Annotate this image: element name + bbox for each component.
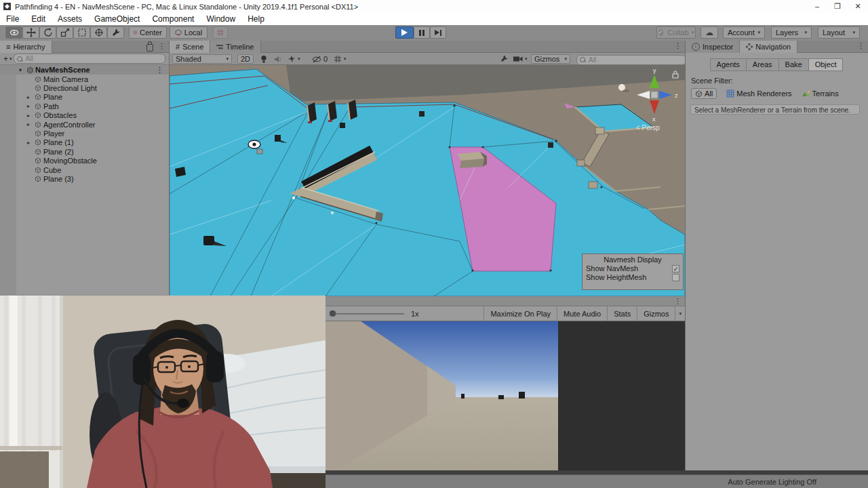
layout-dropdown[interactable]: Layout ▾ <box>818 26 860 39</box>
game-gizmos-button[interactable]: Gizmos <box>637 306 675 321</box>
account-dropdown[interactable]: Account ▾ <box>723 26 765 39</box>
pivot-center-button[interactable]: Center <box>129 26 167 39</box>
tab-areas[interactable]: Areas <box>746 58 779 71</box>
menu-gameobject[interactable]: GameObject <box>88 13 146 25</box>
show-navmesh-checkbox[interactable]: ✓ <box>672 265 679 272</box>
tab-object[interactable]: Object <box>808 58 844 71</box>
tab-agents[interactable]: Agents <box>710 58 747 71</box>
scene-menu-icon[interactable]: ⋮ <box>671 41 685 52</box>
hierarchy-item-obstacles[interactable]: ▸ Obstacles <box>0 111 169 120</box>
expand-arrow-icon[interactable]: ▸ <box>27 94 35 100</box>
move-icon <box>26 28 36 37</box>
hierarchy-item-plane-2[interactable]: Plane (2) <box>0 147 169 156</box>
scale-slider-handle[interactable] <box>330 310 336 317</box>
rotate-tool-button[interactable] <box>39 26 56 39</box>
expand-arrow-icon[interactable]: ▸ <box>27 140 35 146</box>
hierarchy-item-directional-light[interactable]: Directional Light <box>0 83 169 92</box>
stats-button[interactable]: Stats <box>607 306 637 321</box>
tab-inspector[interactable]: i Inspector <box>686 41 740 53</box>
minimize-button[interactable]: – <box>807 0 827 13</box>
lock-icon[interactable] <box>146 44 153 52</box>
moving-obstacle-cube[interactable] <box>457 152 487 168</box>
game-menu-icon[interactable]: ⋮ <box>671 296 685 306</box>
scene-tools-button[interactable] <box>497 54 511 64</box>
move-tool-button[interactable] <box>22 26 39 39</box>
view-tool-button[interactable] <box>5 26 22 39</box>
play-button[interactable] <box>395 26 414 39</box>
lightbulb-icon <box>260 55 267 64</box>
menu-help[interactable]: Help <box>241 13 271 25</box>
create-button[interactable]: + <box>3 54 8 64</box>
scale-tool-button[interactable] <box>56 26 73 39</box>
scale-slider[interactable] <box>331 313 404 314</box>
space-local-button[interactable]: Local <box>170 26 208 39</box>
collab-button[interactable]: ✓ Collab ▾ <box>656 26 696 39</box>
tab-navigation[interactable]: Navigation <box>740 41 797 53</box>
filter-terrains-button[interactable]: Terrains <box>802 89 839 98</box>
maximize-on-play-button[interactable]: Maximize On Play <box>484 306 557 321</box>
hierarchy-item-plane-3[interactable]: Plane (3) <box>0 174 169 183</box>
hierarchy-item-agentcontroller[interactable]: ▸ AgentController <box>0 120 169 129</box>
lighting-toggle[interactable] <box>258 54 270 64</box>
hierarchy-search-input[interactable] <box>14 54 165 64</box>
scene-camera-dropdown[interactable]: ▾ <box>511 54 530 64</box>
expand-arrow-icon[interactable]: ▸ <box>27 113 35 119</box>
pause-button[interactable] <box>414 26 430 39</box>
projection-label[interactable]: < Persp <box>636 124 660 131</box>
expand-arrow-icon[interactable]: ▸ <box>27 121 35 127</box>
hierarchy-item-movingobstacle[interactable]: MovingObstacle <box>0 157 169 165</box>
hierarchy-item-plane-1[interactable]: ▸ Plane (1) <box>0 138 169 147</box>
menu-file[interactable]: File <box>0 13 25 25</box>
auto-generate-lighting-status[interactable]: Auto Generate Lighting Off <box>728 478 816 486</box>
close-button[interactable]: ✕ <box>848 0 868 13</box>
audio-toggle[interactable] <box>271 54 285 64</box>
hierarchy-menu-icon[interactable]: ⋮ <box>158 42 165 51</box>
gameobject-icon <box>35 103 43 110</box>
grid-visibility-dropdown[interactable]: ▾ <box>331 54 349 64</box>
tab-timeline[interactable]: Timeline <box>210 41 260 53</box>
layers-dropdown[interactable]: Layers ▾ <box>771 26 812 39</box>
custom-tools-button[interactable] <box>107 26 124 39</box>
menu-assets[interactable]: Assets <box>52 13 88 25</box>
show-navmesh-row: Show NavMesh ✓ <box>583 264 683 272</box>
filter-all-button[interactable]: All <box>691 88 717 99</box>
scene-filter-label: Scene Filter: <box>691 77 733 85</box>
expand-arrow-icon[interactable]: ▸ <box>27 103 35 109</box>
wrench-icon <box>500 55 508 63</box>
collapse-arrow-icon[interactable]: ▾ <box>19 67 26 73</box>
scene-visibility-toggle[interactable]: 0 <box>309 54 330 64</box>
cloud-button[interactable]: ☁ <box>701 26 718 39</box>
gameobject-icon <box>35 76 43 83</box>
game-render-view[interactable] <box>326 321 685 470</box>
hierarchy-item-cube[interactable]: Cube <box>0 165 169 174</box>
menu-component[interactable]: Component <box>146 13 200 25</box>
snap-grid-button[interactable] <box>213 26 228 39</box>
tab-hierarchy[interactable]: ≡ Hierarchy <box>0 41 52 53</box>
show-heightmesh-checkbox[interactable] <box>672 274 679 281</box>
menu-window[interactable]: Window <box>200 13 241 25</box>
tab-scene[interactable]: # Scene <box>170 41 210 53</box>
scene-row-menu-icon[interactable]: ⋮ <box>156 66 163 75</box>
2d-toggle[interactable]: 2D <box>237 54 254 64</box>
hierarchy-item-plane[interactable]: ▸ Plane <box>0 93 169 102</box>
mute-audio-button[interactable]: Mute Audio <box>557 306 607 321</box>
scene-search-input[interactable] <box>576 55 686 65</box>
restore-button[interactable]: ❐ <box>827 0 848 13</box>
tab-bake[interactable]: Bake <box>778 58 809 71</box>
effects-dropdown[interactable]: ▾ <box>285 54 303 64</box>
menu-edit[interactable]: Edit <box>25 13 52 25</box>
shading-dropdown[interactable]: Shaded ▾ <box>172 54 232 64</box>
hierarchy-item-main-camera[interactable]: Main Camera <box>0 75 169 83</box>
transform-tool-button[interactable] <box>90 26 107 39</box>
rect-tool-button[interactable] <box>73 26 90 39</box>
filter-mesh-renderers-button[interactable]: Mesh Renderers <box>726 89 791 98</box>
create-dropdown-icon[interactable]: ▾ <box>9 56 12 62</box>
step-button[interactable] <box>430 26 446 39</box>
hierarchy-item-player[interactable]: Player <box>0 129 169 138</box>
navigation-menu-icon[interactable]: ⋮ <box>854 41 868 52</box>
game-gizmos-dropdown-icon[interactable]: ▾ <box>675 306 685 321</box>
gizmos-dropdown[interactable]: Gizmos ▾ <box>531 54 570 64</box>
navigation-mode-group: Agents Areas Bake Object <box>686 58 868 71</box>
hierarchy-scene-row[interactable]: ▾ NavMeshScene ⋮ <box>0 65 169 75</box>
hierarchy-item-path[interactable]: ▸ Path <box>0 102 169 110</box>
